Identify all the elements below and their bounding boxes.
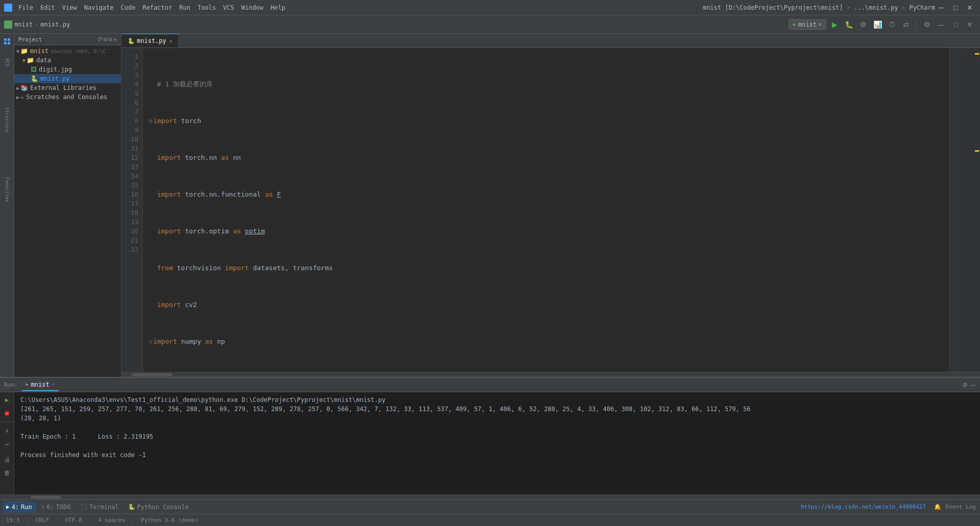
line-num-7: 7 (121, 107, 142, 116)
project-gear-icon[interactable]: ⚙ (109, 36, 112, 43)
concurrency-button[interactable]: ⇄ (900, 18, 912, 31)
run-tab-close[interactable]: ✕ (52, 381, 55, 387)
menu-edit[interactable]: Edit (37, 3, 58, 12)
terminal-content[interactable]: C:\Users\ASUS\Anaconda3\envs\Test1_offic… (14, 392, 980, 494)
tab-close-icon[interactable]: ✕ (169, 38, 173, 44)
maximize-button[interactable]: □ (949, 3, 962, 13)
breadcrumb-file[interactable]: mnist.py (40, 21, 70, 28)
tree-item-scratches[interactable]: ▶ ✏ Scratches and Consoles (14, 92, 121, 102)
status-indent[interactable]: 4 spaces (96, 517, 127, 523)
line-num-2: 2 (121, 61, 142, 70)
menu-help[interactable]: Help (267, 3, 288, 12)
run-stop-button[interactable]: ■ (2, 408, 13, 419)
run-config-arrow: ▼ (819, 21, 822, 27)
close-panel-button[interactable]: ✕ (964, 18, 976, 31)
run-config-selector[interactable]: ▶ mnist ▼ (789, 19, 826, 30)
tree-item-ext-libs[interactable]: ▶ 📚 External Libraries (14, 83, 121, 92)
breadcrumb-root[interactable]: mnist (14, 21, 33, 28)
tree-item-mnist-root[interactable]: ▼ 📁 mnist sources root, D:\C (14, 46, 121, 56)
sidebar-favorites-icon[interactable]: Favorites (2, 177, 13, 202)
status-position[interactable]: 19:3 (4, 517, 22, 523)
status-charset[interactable]: UTF-8 (63, 517, 84, 523)
run-config-icon: ▶ (793, 21, 796, 27)
right-minimap[interactable] (949, 48, 980, 372)
profile-button[interactable]: ⏱ (886, 18, 898, 31)
maximize-panel-button[interactable]: □ (949, 18, 962, 31)
svg-rect-3 (8, 42, 10, 44)
status-python[interactable]: Python 3.6 (demo) (139, 517, 201, 523)
menu-code[interactable]: Code (118, 3, 139, 12)
sidebar-structure-icon[interactable]: Structure (2, 104, 13, 135)
run-tab-label: mnist (31, 381, 50, 388)
project-sync-icon[interactable]: ⟳ (97, 36, 103, 43)
panel-minimize-button[interactable]: — (970, 381, 976, 389)
menu-file[interactable]: File (15, 3, 36, 12)
run-print-button[interactable]: 🖨 (2, 454, 13, 465)
footer-tab-run[interactable]: ▶ 4: Run (2, 501, 36, 513)
code-line-8: ○ import numpy as np (149, 337, 943, 346)
toolbar: mnist › mnist.py ▶ mnist ▼ ▶ 🐛 ⚙ 📊 ⏱ ⇄ ⚙… (0, 15, 980, 34)
settings-button[interactable]: ⚙ (921, 18, 933, 31)
code-line-2: ○ import torch (149, 116, 943, 126)
menu-bar: File Edit View Navigate Code Refactor Ru… (15, 3, 703, 12)
line-num-12: 12 (121, 153, 142, 162)
menu-refactor[interactable]: Refactor (139, 3, 175, 12)
tree-label: digit.jpg (39, 66, 72, 73)
menu-run[interactable]: Run (176, 3, 193, 12)
tree-label: data (36, 57, 51, 64)
terminal-line-3: (28, 28, 1) (20, 414, 974, 423)
project-tree: ▼ 📁 mnist sources root, D:\C ▼ 📁 data 🖼 … (14, 45, 121, 377)
footer-tab-run-label: Run (21, 504, 32, 511)
tree-item-mnist-py[interactable]: 🐍 mnist.py (14, 74, 121, 83)
editor-tab-mnist-py[interactable]: 🐍 mnist.py ✕ (121, 34, 179, 47)
bottom-panel-hscrollbar[interactable] (0, 494, 980, 499)
editor-hscrollbar[interactable] (121, 372, 980, 377)
run-wrap-button[interactable]: ↩ (2, 439, 13, 450)
status-crlf[interactable]: CRLF (34, 517, 52, 523)
run-scroll-end-button[interactable]: ⬇ (2, 425, 13, 437)
bottom-panel-header: Run: ▶ mnist ✕ ⚙ — (0, 378, 980, 392)
footer-tab-python-console[interactable]: 🐍 Python Console (124, 501, 193, 513)
line-num-6: 6 (121, 98, 142, 107)
footer-tab-terminal[interactable]: ⬛ Terminal (76, 501, 123, 513)
breadcrumb: mnist › mnist.py (14, 21, 70, 28)
sidebar-project-icon[interactable] (2, 36, 13, 47)
title-bar: File Edit View Navigate Code Refactor Ru… (0, 0, 980, 15)
build-button[interactable]: ⚙ (857, 18, 869, 31)
tree-item-digit-jpg[interactable]: 🖼 digit.jpg (14, 65, 121, 74)
footer-tab-run-num: 4: (12, 504, 19, 511)
event-log-button[interactable]: 🔔 Event Log (932, 504, 978, 510)
panel-settings-button[interactable]: ⚙ (962, 381, 968, 389)
footer-tab-todo[interactable]: ☑ 6: TODO (37, 501, 75, 513)
menu-tools[interactable]: Tools (194, 3, 219, 12)
tab-label: mnist.py (137, 37, 166, 44)
terminal-line-1: C:\Users\ASUS\Anaconda3\envs\Test1_offic… (20, 395, 974, 404)
minimize-panel-button[interactable]: — (935, 18, 947, 31)
line-num-14: 14 (121, 172, 142, 181)
debug-button[interactable]: 🐛 (843, 18, 855, 31)
menu-view[interactable]: View (59, 3, 80, 12)
toolbar-sep (916, 19, 917, 30)
run-rerun-button[interactable]: ▶ (2, 394, 13, 405)
close-button[interactable]: ✕ (964, 3, 976, 13)
menu-vcs[interactable]: VCS (220, 3, 237, 12)
tree-item-data[interactable]: ▼ 📁 data (14, 56, 121, 65)
project-expand-icon[interactable]: ⊟ (104, 36, 107, 43)
sidebar-vcs-icon[interactable]: VCS (2, 52, 13, 73)
bottom-hscroll-thumb (31, 496, 61, 499)
minimize-button[interactable]: ─ (935, 3, 947, 13)
run-clear-button[interactable]: 🗑 (2, 467, 13, 479)
menu-window[interactable]: Window (238, 3, 266, 12)
run-tab-mnist[interactable]: ▶ mnist ✕ (22, 379, 59, 391)
footer-tabs: ▶ 4: Run ☑ 6: TODO ⬛ Terminal 🐍 Python C… (0, 499, 980, 514)
line-num-13: 13 (121, 162, 142, 172)
status-bar: 19:3 | CRLF | UTF-8 | 4 spaces | Python … (0, 514, 980, 526)
project-hide-icon[interactable]: ✕ (113, 36, 117, 43)
code-line-7: import cv2 (149, 300, 943, 309)
status-url[interactable]: https://blog.csdn.net/weixin_44908427 (799, 504, 928, 510)
run-button[interactable]: ▶ (828, 18, 841, 31)
menu-navigate[interactable]: Navigate (81, 3, 117, 12)
code-content[interactable]: # 1 加载必要的库 ○ import torch import torch.n… (143, 48, 949, 372)
breadcrumb-sep: › (35, 21, 38, 28)
coverage-button[interactable]: 📊 (871, 18, 884, 31)
